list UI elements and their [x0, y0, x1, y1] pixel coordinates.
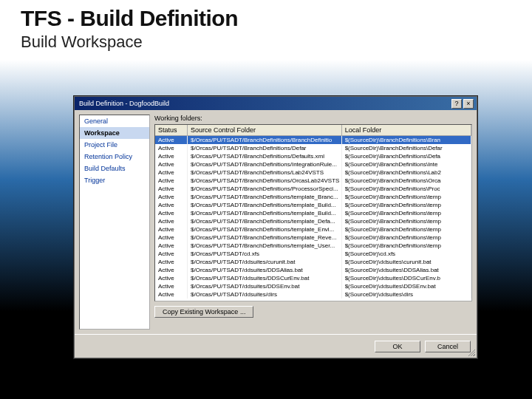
cell-local: $(SourceDir)\BranchDefinitions\temp: [342, 209, 471, 217]
table-row[interactable]: Active$/Orcas/PU/TSADT/BranchDefinitions…: [155, 201, 471, 209]
cell-local: $(SourceDir)\ddsuites\dirs: [342, 290, 471, 299]
cell-local: $(SourceDir)\BranchDefinitions\temp: [342, 242, 471, 250]
cell-local: $(SourceDir)\BranchDefinitions\temp: [342, 193, 471, 201]
cell-local: $(SourceDir)\ddsuites\DDSCurEnv.b: [342, 274, 471, 282]
help-button[interactable]: ?: [451, 99, 462, 109]
cell-source: $/Orcas/PU/TSADT/BranchDefinitions/templ…: [188, 209, 342, 217]
sidebar-item-retention-policy[interactable]: Retention Policy: [80, 151, 149, 163]
table-row[interactable]: Active$/Orcas/PU/TSADT/ddsuites/DDSAlias…: [155, 266, 471, 274]
cell-source: $/Orcas/PU/TSADT/ddsuites/curunit.bat: [188, 258, 342, 266]
table-body[interactable]: Active$/Orcas/PU/TSADT/BranchDefinitions…: [155, 136, 471, 301]
ok-button[interactable]: OK: [375, 341, 420, 352]
cell-status: Active: [155, 209, 188, 217]
table-header: Status Source Control Folder Local Folde…: [155, 125, 471, 136]
copy-workspace-row: Copy Existing Workspace ...: [154, 306, 472, 318]
sidebar-item-workspace[interactable]: Workspace: [80, 127, 149, 139]
table-row[interactable]: Active$/Orcas/PU/TSADT/cd.xfs$(SourceDir…: [155, 250, 471, 258]
cell-source: $/Orcas/PU/TSADT/BranchDefinitions/templ…: [188, 201, 342, 209]
slide-subtitle: Build Workspace: [0, 31, 532, 52]
cell-source: $/Orcas/PU/TSADT/ddsuites/dirs: [188, 290, 342, 299]
cell-status: Active: [155, 258, 188, 266]
table-row[interactable]: Active$/Orcas/PU/TSADT/ddsuites/dirs$(So…: [155, 290, 471, 299]
table-row[interactable]: Active$/Orcas/PU/TSADT/BranchDefinitions…: [155, 185, 471, 193]
cell-status: Active: [155, 160, 188, 168]
cell-source: $/Orcas/PU/TSADT/BranchDefinitions/templ…: [188, 193, 342, 201]
col-status-header[interactable]: Status: [155, 125, 188, 135]
cell-local: $(SourceDir)\BranchDefinitions\temp: [342, 225, 471, 233]
sidebar-item-general[interactable]: General: [80, 115, 149, 127]
cell-local: $(SourceDir)\ddsuites\DDSAlias.bat: [342, 266, 471, 274]
cell-local: $(SourceDir)\cd.xfs: [342, 250, 471, 258]
dialog-main-panel: Working folders: Status Source Control F…: [154, 115, 472, 330]
cell-source: $/Orcas/PU/TSADT/BranchDefinitions/Defar: [188, 144, 342, 152]
build-definition-dialog: Build Definition - DogfoodBuild ? × Gene…: [74, 96, 477, 358]
sidebar-item-trigger[interactable]: Trigger: [80, 174, 149, 186]
cell-status: Active: [155, 225, 188, 233]
dialog-titlebar[interactable]: Build Definition - DogfoodBuild ? ×: [75, 97, 477, 110]
cell-local: $(SourceDir)\BranchDefinitions\Inte: [342, 160, 471, 168]
slide-title: TFS - Build Definition: [0, 0, 532, 31]
sidebar-item-build-defaults[interactable]: Build Defaults: [80, 163, 149, 174]
cell-status: Active: [155, 274, 188, 282]
cell-source: $/Orcas/PU/TSADT/cd.xfs: [188, 250, 342, 258]
table-row[interactable]: Active$/Orcas/PU/TSADT/ddsuites/curunit.…: [155, 258, 471, 266]
cell-status: Active: [155, 201, 188, 209]
cell-status: Active: [155, 233, 188, 242]
cell-source: $/Orcas/PU/TSADT/BranchDefinitions/templ…: [188, 225, 342, 233]
cell-source: $/Orcas/PU/TSADT/ddsuites/DDSEnv.bat: [188, 282, 342, 290]
cell-status: Active: [155, 242, 188, 250]
cell-local: $(SourceDir)\BranchDefinitions\Proc: [342, 185, 471, 193]
table-row[interactable]: Active$/Orcas/PU/TSADT/BranchDefinitions…: [155, 242, 471, 250]
cell-source: $/Orcas/PU/TSADT/BranchDefinitions/Lab24…: [188, 168, 342, 177]
working-folders-table[interactable]: Status Source Control Folder Local Folde…: [154, 124, 472, 301]
table-row[interactable]: Active$/Orcas/PU/TSADT/BranchDefinitions…: [155, 152, 471, 160]
working-folders-label: Working folders:: [154, 115, 472, 122]
cell-source: $/Orcas/PU/TSADT/BranchDefinitions/templ…: [188, 233, 342, 242]
table-row[interactable]: Active$/Orcas/PU/TSADT/BranchDefinitions…: [155, 233, 471, 242]
table-row[interactable]: Active$/Orcas/PU/TSADT/ddsuites/DDSCurEn…: [155, 274, 471, 282]
cell-status: Active: [155, 266, 188, 274]
cell-status: Active: [155, 217, 188, 225]
table-row[interactable]: Active$/Orcas/PU/TSADT/BranchDefinitions…: [155, 177, 471, 185]
cell-source: $/Orcas/PU/TSADT/BranchDefinitions/templ…: [188, 242, 342, 250]
cell-status: Active: [155, 290, 188, 299]
cell-local: $(SourceDir)\BranchDefinitions\Defa: [342, 152, 471, 160]
table-row[interactable]: Active$/Orcas/PU/TSADT/ddsuites/DDSEnv.b…: [155, 282, 471, 290]
resize-grip-icon[interactable]: [466, 347, 475, 356]
close-button[interactable]: ×: [463, 99, 474, 109]
cell-source: $/Orcas/PU/TSADT/BranchDefinitions/templ…: [188, 217, 342, 225]
cell-status: Active: [155, 185, 188, 193]
table-row[interactable]: Active$/Orcas/PU/TSADT/BranchDefinitions…: [155, 225, 471, 233]
cell-status: Active: [155, 282, 188, 290]
cell-local: $(SourceDir)\BranchDefinitions\temp: [342, 233, 471, 242]
cell-source: $/Orcas/PU/TSADT/ddsuites/DDSAlias.bat: [188, 266, 342, 274]
sidebar-item-project-file[interactable]: Project File: [80, 139, 149, 151]
cell-status: Active: [155, 177, 188, 185]
col-source-header[interactable]: Source Control Folder: [188, 125, 342, 135]
cell-local: $(SourceDir)\BranchDefinitions\Defar: [342, 144, 471, 152]
table-row[interactable]: Active$/Orcas/PU/TSADT/BranchDefinitions…: [155, 209, 471, 217]
cancel-button[interactable]: Cancel: [425, 341, 471, 352]
cell-source: $/Orcas/PU/TSADT/BranchDefinitions/Defau…: [188, 152, 342, 160]
dialog-body: GeneralWorkspaceProject FileRetention Po…: [75, 110, 477, 334]
table-row[interactable]: Active$/Orcas/PU/TSADT/BranchDefinitions…: [155, 168, 471, 177]
copy-existing-workspace-button[interactable]: Copy Existing Workspace ...: [154, 306, 253, 318]
dialog-sidebar: GeneralWorkspaceProject FileRetention Po…: [79, 115, 150, 330]
cell-local: $(SourceDir)\BranchDefinitions\temp: [342, 201, 471, 209]
table-row[interactable]: Active$/Orcas/PU/TSADT/BranchDefinitions…: [155, 160, 471, 168]
col-local-header[interactable]: Local Folder: [342, 125, 471, 135]
cell-status: Active: [155, 168, 188, 177]
table-row[interactable]: Active$/Orcas/PU/TSADT/BranchDefinitions…: [155, 193, 471, 201]
table-row[interactable]: Active$/Orcas/PU/TSADT/BranchDefinitions…: [155, 217, 471, 225]
dialog-title: Build Definition - DogfoodBuild: [78, 100, 450, 107]
cell-local: $(SourceDir)\BranchDefinitions\Bran: [342, 136, 471, 144]
cell-status: Active: [155, 136, 188, 144]
table-row[interactable]: Active$/Orcas/PU/TSADT/BranchDefinitions…: [155, 144, 471, 152]
table-row[interactable]: Active$/Orcas/PU/TSADT/BranchDefinitions…: [155, 136, 471, 144]
cell-local: $(SourceDir)\BranchDefinitions\Orca: [342, 177, 471, 185]
cell-source: $/Orcas/PU/TSADT/BranchDefinitions/Integ…: [188, 160, 342, 168]
cell-source: $/Orcas/PU/TSADT/BranchDefinitions/Proce…: [188, 185, 342, 193]
cell-status: Active: [155, 250, 188, 258]
cell-status: Active: [155, 152, 188, 160]
cell-local: $(SourceDir)\BranchDefinitions\temp: [342, 217, 471, 225]
